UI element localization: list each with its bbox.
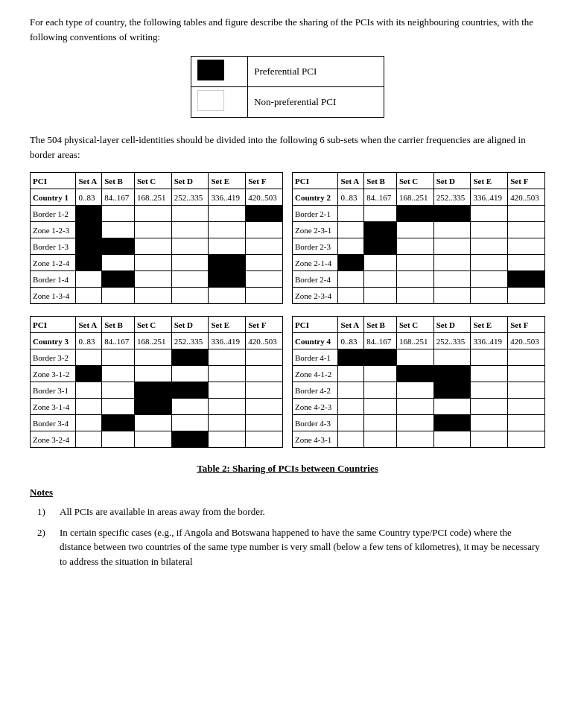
cell: [102, 382, 135, 399]
row-label: Border 1-2: [31, 206, 76, 222]
cell: [209, 288, 246, 304]
table-row: Zone 4-3-1: [293, 431, 545, 448]
cell: [246, 288, 283, 304]
cell: [338, 206, 364, 222]
legend-table: Preferential PCI Non-preferential PCI: [191, 56, 384, 118]
cell: [508, 288, 545, 304]
cell: [433, 238, 471, 255]
cell: [171, 382, 209, 399]
cell: [134, 349, 171, 366]
table-row: Border 2-1: [293, 206, 545, 222]
cell: [364, 431, 397, 448]
cell: [396, 431, 433, 448]
cell: [102, 288, 135, 304]
preferential-label: Preferential PCI: [248, 57, 384, 87]
t2-range-f: 420..503: [508, 189, 545, 206]
cell: [471, 255, 508, 271]
t2-header-setb: Set B: [364, 173, 397, 189]
cell: [364, 415, 397, 431]
cell: [396, 222, 433, 238]
cell: [102, 349, 135, 366]
row-label: Border 2-1: [293, 206, 338, 222]
cell: [171, 238, 209, 255]
cell: [134, 288, 171, 304]
t2-country-label: Country 2: [293, 189, 338, 206]
cell: [171, 222, 209, 238]
cell: [134, 366, 171, 382]
t2-header-seta: Set A: [338, 173, 364, 189]
t3-range-c: 168..251: [134, 333, 171, 349]
t4-header-sete: Set E: [471, 317, 508, 333]
t1-header-setb: Set B: [102, 173, 135, 189]
country1-table: PCI Set A Set B Set C Set D Set E Set F …: [30, 172, 283, 304]
t3-range-e: 336..419: [209, 333, 246, 349]
table-row: Border 2-3: [293, 238, 545, 255]
t2-range-b: 84..167: [364, 189, 397, 206]
cell: [364, 382, 397, 399]
row-label: Border 1-4: [31, 271, 76, 288]
t3-country-label: Country 3: [31, 333, 76, 349]
row-label: Zone 1-2-4: [31, 255, 76, 271]
cell: [433, 431, 471, 448]
cell: [134, 415, 171, 431]
cell: [433, 255, 471, 271]
table-row: Zone 1-3-4: [31, 288, 283, 304]
t2-range-e: 336..419: [471, 189, 508, 206]
cell: [338, 222, 364, 238]
t4-header-setc: Set C: [396, 317, 433, 333]
cell: [134, 382, 171, 399]
cell: [471, 366, 508, 382]
sub-header-paragraph: The 504 physical-layer cell-identities s…: [30, 133, 545, 162]
cell: [396, 206, 433, 222]
t4-header-setd: Set D: [433, 317, 471, 333]
t4-header-pci: PCI: [293, 317, 338, 333]
t3-header-setc: Set C: [134, 317, 171, 333]
t2-range-c: 168..251: [396, 189, 433, 206]
cell: [471, 399, 508, 415]
table-row: Zone 4-2-3: [293, 399, 545, 415]
cell: [134, 271, 171, 288]
row-label: Border 2-3: [293, 238, 338, 255]
cell: [134, 206, 171, 222]
cell: [396, 349, 433, 366]
cell: [209, 222, 246, 238]
cell: [76, 238, 102, 255]
cell: [508, 431, 545, 448]
row-label: Zone 1-2-3: [31, 222, 76, 238]
table-row: Zone 2-1-4: [293, 255, 545, 271]
cell: [364, 238, 397, 255]
t1-range-d: 252..335: [171, 189, 209, 206]
cell: [76, 382, 102, 399]
cell: [76, 366, 102, 382]
cell: [508, 255, 545, 271]
cell: [102, 399, 135, 415]
cell: [471, 206, 508, 222]
row-label: Border 3-1: [31, 382, 76, 399]
cell: [471, 222, 508, 238]
cell: [433, 271, 471, 288]
t3-header-setd: Set D: [171, 317, 209, 333]
cell: [471, 238, 508, 255]
t3-range-d: 252..335: [171, 333, 209, 349]
cell: [364, 349, 397, 366]
cell: [171, 431, 209, 448]
t4-range-a: 0..83: [338, 333, 364, 349]
cell: [471, 382, 508, 399]
cell: [508, 206, 545, 222]
cell: [209, 399, 246, 415]
t1-range-a: 0..83: [76, 189, 102, 206]
t2-header-setc: Set C: [396, 173, 433, 189]
cell: [364, 222, 397, 238]
t4-range-c: 168..251: [396, 333, 433, 349]
cell: [338, 349, 364, 366]
cell: [209, 349, 246, 366]
table-row: Border 1-3: [31, 238, 283, 255]
cell: [433, 206, 471, 222]
table-row: Zone 2-3-1: [293, 222, 545, 238]
cell: [338, 288, 364, 304]
table-row: Zone 3-1-2: [31, 366, 283, 382]
cell: [471, 431, 508, 448]
cell: [171, 366, 209, 382]
t4-country-label: Country 4: [293, 333, 338, 349]
cell: [246, 431, 283, 448]
